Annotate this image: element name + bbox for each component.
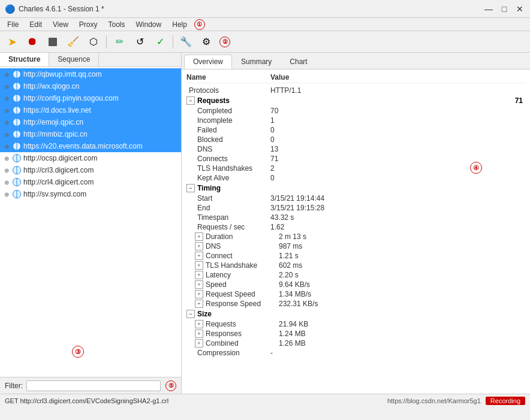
row-value: 232.31 KB/s — [279, 300, 525, 308]
protocols-row: Protocols HTTP/1.1 — [186, 86, 525, 95]
stop-button[interactable] — [43, 34, 62, 50]
tree-item-label: http://sv.symcd.com — [23, 190, 86, 198]
size-toggle[interactable]: − — [186, 310, 195, 318]
recording-badge: Recording — [486, 397, 525, 405]
tree-item[interactable]: ⊕ http://config.pinyin.sogou.com — [0, 92, 181, 104]
expand-toggle[interactable]: + — [195, 320, 203, 328]
timing-toggle[interactable]: − — [186, 184, 195, 192]
expand-toggle[interactable]: + — [195, 300, 203, 308]
tree-expand-icon[interactable]: ⊕ — [2, 94, 11, 102]
tree-expand-icon[interactable]: ⊕ — [2, 142, 11, 150]
record-button[interactable]: ⏺ — [23, 34, 42, 50]
menu-view[interactable]: View — [48, 19, 73, 30]
expand-toggle[interactable]: + — [195, 330, 203, 338]
overview-table: Name Value Protocols HTTP/1.1 − Requests… — [182, 70, 530, 394]
filter-bar: Filter: ⑤ — [0, 377, 181, 394]
size-expand-row: +Requests21.94 KB — [186, 319, 525, 329]
col-value-header: Value — [270, 73, 525, 81]
expand-toggle[interactable]: + — [195, 280, 203, 289]
tree-item[interactable]: ⊕ http://crl4.digicert.com — [0, 176, 181, 188]
tab-summary[interactable]: Summary — [232, 55, 281, 69]
tree-item[interactable]: ⊕ http://crl3.digicert.com — [0, 164, 181, 176]
globe-icon — [12, 153, 22, 163]
expand-toggle[interactable]: + — [195, 242, 203, 250]
refresh-button[interactable]: ↺ — [130, 34, 149, 50]
filter-input[interactable] — [26, 380, 161, 391]
gear-button[interactable]: ⚙ — [197, 34, 216, 50]
expand-toggle[interactable]: + — [195, 261, 203, 270]
expand-toggle[interactable]: + — [195, 232, 203, 241]
hex-button[interactable]: ⬡ — [84, 34, 103, 50]
svg-rect-0 — [49, 38, 57, 46]
row-name: Connects — [197, 155, 270, 163]
menu-tools[interactable]: Tools — [104, 19, 130, 30]
tree-expand-icon[interactable]: ⊕ — [2, 166, 11, 174]
minimize-button[interactable]: — — [483, 4, 494, 14]
expand-toggle[interactable]: + — [195, 290, 203, 298]
tree-expand-icon[interactable]: ⊕ — [2, 82, 11, 90]
row-name: Connect — [206, 252, 279, 260]
protocols-value: HTTP/1.1 — [270, 86, 525, 95]
row-name: Start — [197, 194, 270, 203]
title-bar-left: 🔵 Charles 4.6.1 - Session 1 * — [5, 4, 104, 14]
row-value: 3/15/21 19:14:44 — [270, 194, 525, 203]
pen-button[interactable]: ✏ — [110, 34, 129, 50]
timing-expand-row: +Speed9.64 KB/s — [186, 280, 525, 289]
menu-file[interactable]: File — [2, 19, 23, 30]
tab-chart[interactable]: Chart — [281, 55, 316, 69]
tree-item[interactable]: ⊕ https://d.docs.live.net — [0, 104, 181, 116]
row-value: 70 — [270, 107, 525, 115]
tree-expand-icon[interactable]: ⊕ — [2, 70, 11, 78]
row-name: Response Speed — [206, 300, 279, 308]
tree-expand-icon[interactable]: ⊕ — [2, 154, 11, 162]
check-button[interactable]: ✓ — [150, 34, 170, 50]
row-name: Responses — [206, 330, 279, 338]
row-name: Requests — [206, 320, 279, 328]
size-rows: +Requests21.94 KB+Responses1.24 MB+Combi… — [186, 319, 525, 358]
menu-help[interactable]: Help — [167, 19, 192, 30]
timing-row: End3/15/21 19:15:28 — [186, 203, 525, 213]
expand-toggle[interactable]: + — [195, 339, 203, 348]
expand-toggle[interactable]: + — [195, 271, 203, 279]
tree-item[interactable]: ⊕ https://v20.events.data.microsoft.com — [0, 140, 181, 152]
tree-item[interactable]: ⊕ http://ocsp.digicert.com — [0, 152, 181, 164]
globe-icon — [12, 93, 22, 103]
overview-header: Name Value — [186, 72, 525, 83]
row-value: 21.94 KB — [279, 320, 525, 328]
tree-expand-icon[interactable]: ⊕ — [2, 106, 11, 114]
tree-item[interactable]: ⊕ http://mmbiz.qpic.cn — [0, 128, 181, 140]
col-name-header: Name — [186, 73, 270, 81]
tools-button[interactable]: 🔧 — [176, 34, 195, 50]
menu-proxy[interactable]: Proxy — [74, 19, 103, 30]
clear-button[interactable]: 🧹 — [64, 34, 83, 50]
row-value: 1.26 MB — [279, 339, 525, 348]
size-row: Compression- — [186, 348, 525, 358]
annotation-1: ① — [194, 19, 205, 30]
row-value: 0 — [270, 135, 525, 144]
maximize-button[interactable]: □ — [499, 4, 510, 14]
row-value: 1.34 MB/s — [279, 290, 525, 298]
tree-item[interactable]: ⊕ http://sv.symcd.com — [0, 188, 181, 200]
tree-expand-icon[interactable]: ⊕ — [2, 178, 11, 186]
tab-structure[interactable]: Structure — [0, 53, 49, 67]
arrow-button[interactable]: ➤ — [2, 34, 22, 50]
status-left-text: GET http://crl3.digicert.com/EVCodeSigni… — [5, 397, 168, 404]
close-button[interactable]: ✕ — [514, 4, 525, 14]
tree-expand-icon[interactable]: ⊕ — [2, 130, 11, 138]
expand-toggle[interactable]: + — [195, 252, 203, 260]
menu-window[interactable]: Window — [131, 19, 167, 30]
protocols-name: Protocols — [186, 86, 270, 95]
tree-expand-icon[interactable]: ⊕ — [2, 190, 11, 198]
tree-expand-icon[interactable]: ⊕ — [2, 118, 11, 126]
timing-expand-row: +Latency2.20 s — [186, 270, 525, 280]
timing-rows: Start3/15/21 19:14:44End3/15/21 19:15:28… — [186, 194, 525, 309]
tree-item[interactable]: ⊕ http://wx.qlogo.cn — [0, 80, 181, 92]
row-value: 0 — [270, 174, 525, 182]
requests-value: 71 — [515, 96, 525, 105]
tab-sequence[interactable]: Sequence — [49, 53, 99, 67]
menu-edit[interactable]: Edit — [25, 19, 47, 30]
requests-toggle[interactable]: − — [186, 96, 195, 105]
tree-item[interactable]: ⊕ http://emoji.qpic.cn — [0, 116, 181, 128]
tab-overview[interactable]: Overview — [184, 55, 232, 69]
tree-item[interactable]: ⊕ http://qbwup.imtt.qq.com — [0, 68, 181, 80]
